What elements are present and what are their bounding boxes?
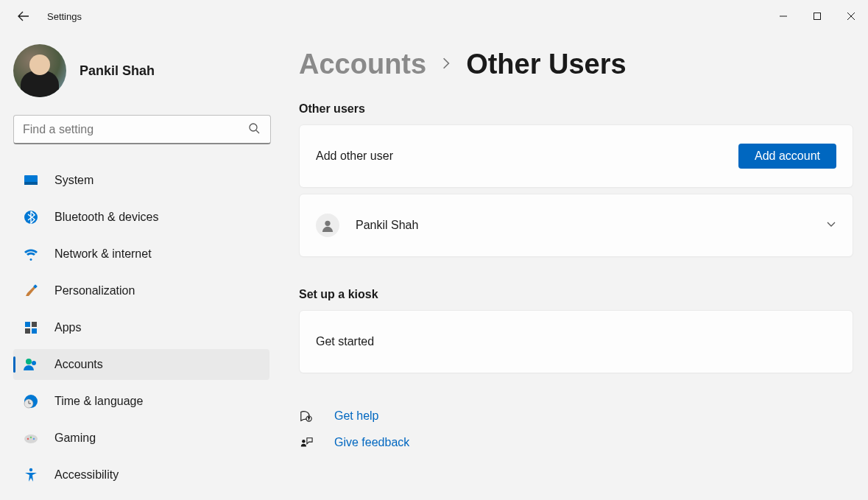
svg-point-15 — [32, 361, 36, 365]
wifi-icon — [24, 247, 38, 261]
sidebar-item-time-language[interactable]: Time & language — [13, 386, 269, 417]
get-help-text[interactable]: Get help — [334, 409, 378, 423]
back-button[interactable] — [12, 4, 35, 28]
person-icon — [321, 219, 334, 232]
maximize-button[interactable] — [800, 4, 834, 28]
close-icon — [847, 13, 855, 20]
paintbrush-icon — [24, 284, 38, 298]
sidebar-item-label: Accessibility — [54, 468, 119, 482]
svg-rect-7 — [24, 182, 38, 185]
section-kiosk: Set up a kiosk Get started — [299, 288, 853, 373]
apps-icon — [24, 320, 38, 335]
svg-point-4 — [250, 124, 257, 131]
titlebar: Settings — [0, 0, 868, 32]
close-button[interactable] — [834, 4, 868, 28]
other-user-row[interactable]: Pankil Shah — [299, 194, 853, 257]
search-box[interactable] — [13, 115, 271, 144]
sidebar-item-apps[interactable]: Apps — [13, 312, 269, 343]
search-icon — [248, 122, 260, 137]
window-controls — [766, 4, 868, 28]
section-other-users: Other users Add other user Add account P… — [299, 102, 853, 257]
chevron-down-icon — [826, 219, 836, 232]
svg-line-5 — [256, 130, 259, 133]
breadcrumb-current: Other Users — [466, 49, 627, 80]
svg-point-22 — [29, 468, 32, 471]
kiosk-get-started-label: Get started — [316, 335, 836, 348]
add-account-button[interactable]: Add account — [738, 144, 836, 169]
breadcrumb-parent[interactable]: Accounts — [299, 49, 426, 80]
svg-point-14 — [26, 359, 32, 365]
gamepad-icon — [24, 431, 38, 446]
add-other-user-card: Add other user Add account — [299, 124, 853, 188]
user-avatar-placeholder — [316, 214, 339, 237]
svg-point-19 — [27, 438, 29, 440]
main-content: Accounts Other Users Other users Add oth… — [277, 32, 868, 500]
give-feedback-text[interactable]: Give feedback — [334, 436, 409, 449]
sidebar-item-label: Time & language — [54, 395, 143, 408]
sidebar-item-gaming[interactable]: Gaming — [13, 423, 269, 454]
profile-name: Pankil Shah — [80, 63, 155, 79]
sidebar-item-accounts[interactable]: Accounts — [13, 349, 269, 380]
minimize-button[interactable] — [766, 4, 800, 28]
system-icon — [24, 173, 38, 188]
svg-rect-1 — [814, 13, 821, 20]
breadcrumb: Accounts Other Users — [299, 49, 853, 80]
give-feedback-link[interactable]: Give feedback — [299, 429, 853, 456]
sidebar-item-system[interactable]: System — [13, 165, 269, 196]
help-links: ? Get help Give feedback — [299, 403, 853, 456]
accounts-icon — [24, 357, 38, 372]
svg-point-23 — [325, 221, 330, 226]
sidebar-item-bluetooth[interactable]: Bluetooth & devices — [13, 202, 269, 233]
accessibility-icon — [24, 468, 38, 482]
sidebar-item-personalization[interactable]: Personalization — [13, 275, 269, 306]
svg-point-20 — [33, 438, 35, 440]
sidebar-item-label: Network & internet — [54, 247, 152, 261]
sidebar-item-label: Accounts — [54, 358, 103, 371]
sidebar-item-label: Gaming — [54, 432, 96, 445]
sidebar-item-label: Personalization — [54, 284, 135, 297]
section-heading: Other users — [299, 102, 853, 116]
svg-rect-13 — [32, 328, 37, 334]
avatar — [13, 44, 66, 97]
sidebar-item-network[interactable]: Network & internet — [13, 239, 269, 270]
chevron-right-icon — [440, 57, 453, 73]
bluetooth-icon — [24, 210, 38, 225]
feedback-icon — [299, 436, 314, 449]
profile-block[interactable]: Pankil Shah — [13, 44, 269, 97]
get-help-link[interactable]: ? Get help — [299, 403, 853, 429]
svg-point-26 — [302, 440, 306, 443]
search-input[interactable] — [23, 123, 239, 136]
svg-rect-10 — [25, 322, 30, 327]
section-heading: Set up a kiosk — [299, 288, 853, 301]
nav: System Bluetooth & devices Network & int… — [13, 165, 269, 490]
arrow-left-icon — [18, 10, 29, 22]
sidebar-item-label: Bluetooth & devices — [54, 211, 158, 224]
globe-clock-icon — [24, 394, 38, 409]
svg-point-18 — [24, 434, 38, 443]
sidebar-item-label: Apps — [54, 321, 81, 334]
svg-rect-11 — [32, 322, 37, 327]
minimize-icon — [780, 13, 787, 20]
add-other-user-label: Add other user — [316, 149, 722, 163]
help-icon: ? — [299, 409, 314, 423]
svg-rect-12 — [25, 328, 30, 334]
kiosk-card[interactable]: Get started — [299, 310, 853, 373]
other-user-name: Pankil Shah — [356, 219, 810, 232]
svg-point-21 — [30, 437, 32, 438]
sidebar: Pankil Shah System Bluetooth & devices — [0, 32, 277, 500]
maximize-icon — [814, 13, 821, 20]
window-title: Settings — [47, 11, 82, 22]
sidebar-item-label: System — [54, 174, 93, 187]
sidebar-item-accessibility[interactable]: Accessibility — [13, 459, 269, 490]
